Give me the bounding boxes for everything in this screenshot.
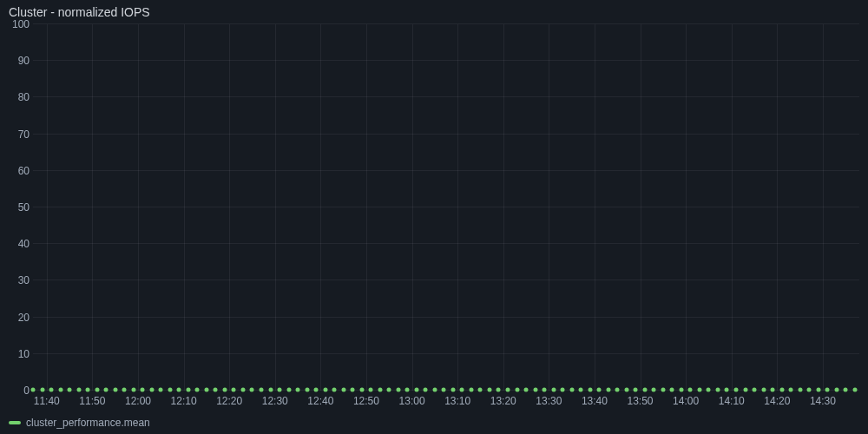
x-tick-label: 13:40: [582, 395, 608, 407]
grid-v: [366, 24, 367, 391]
data-point: [278, 388, 282, 392]
grid-v: [823, 24, 824, 391]
grid-v: [275, 24, 276, 391]
x-tick-label: 13:50: [628, 395, 654, 407]
data-point: [268, 388, 273, 392]
grid-h: [33, 353, 859, 354]
data-point: [432, 388, 437, 392]
grid-h: [33, 170, 859, 171]
grid-h: [33, 96, 859, 97]
data-point: [661, 388, 665, 392]
data-point: [40, 388, 44, 392]
data-point: [679, 388, 683, 392]
grid-h: [33, 279, 859, 280]
data-point: [195, 388, 200, 392]
data-point: [323, 388, 327, 392]
x-tick-label: 11:50: [79, 395, 105, 407]
data-point: [31, 388, 36, 392]
grid-v: [777, 24, 778, 391]
data-point: [624, 388, 628, 392]
data-point: [113, 388, 117, 392]
data-point: [76, 388, 81, 392]
data-point: [131, 388, 135, 392]
data-point: [798, 388, 802, 392]
grid-v: [138, 24, 139, 391]
x-tick-label: 12:20: [216, 395, 242, 407]
data-point: [414, 388, 418, 392]
legend-swatch: [9, 421, 21, 424]
data-point: [159, 388, 163, 392]
x-tick-label: 14:00: [673, 395, 699, 407]
x-tick-label: 12:50: [353, 395, 379, 407]
data-point: [533, 388, 537, 392]
data-point: [378, 388, 382, 392]
data-point: [733, 388, 738, 392]
data-point: [789, 388, 793, 392]
data-point: [424, 388, 428, 392]
grid-v: [184, 24, 185, 391]
data-point: [442, 388, 446, 392]
plot-area[interactable]: [33, 24, 859, 391]
data-point: [359, 388, 364, 392]
data-point: [214, 388, 218, 392]
data-point: [496, 388, 501, 392]
legend[interactable]: cluster_performance.mean: [9, 417, 150, 429]
grid-v: [641, 24, 641, 391]
data-point: [569, 388, 574, 392]
data-point: [387, 388, 391, 392]
legend-label: cluster_performance.mean: [26, 417, 150, 429]
data-point: [351, 388, 355, 392]
y-tick-label: 60: [18, 165, 30, 177]
data-point: [753, 388, 757, 392]
y-tick-label: 40: [18, 238, 30, 250]
grid-v: [503, 24, 504, 391]
data-point: [634, 388, 638, 392]
data-point: [168, 388, 172, 392]
grid-v: [549, 24, 549, 391]
data-point: [697, 388, 701, 392]
y-tick-label: 90: [18, 55, 30, 67]
y-tick-label: 20: [18, 312, 30, 324]
grid-v: [229, 24, 230, 391]
y-tick-label: 30: [18, 274, 30, 286]
grid-v: [92, 24, 93, 391]
data-point: [779, 388, 784, 392]
data-point: [670, 388, 674, 392]
data-point: [286, 388, 291, 392]
x-tick-label: 12:10: [171, 395, 197, 407]
data-point: [725, 388, 729, 392]
data-point: [588, 388, 592, 392]
data-point: [642, 388, 647, 392]
data-point: [771, 388, 775, 392]
data-point: [240, 388, 245, 392]
grid-v: [412, 24, 413, 391]
data-point: [551, 388, 556, 392]
data-point: [688, 388, 693, 392]
data-point: [524, 388, 529, 392]
grid-v: [686, 24, 687, 391]
data-point: [478, 388, 483, 392]
y-tick-label: 80: [18, 91, 30, 103]
data-point: [232, 388, 236, 392]
data-point: [561, 388, 565, 392]
data-point: [761, 388, 766, 392]
data-point: [296, 388, 300, 392]
data-point: [542, 388, 547, 392]
data-point: [58, 388, 62, 392]
data-point: [460, 388, 464, 392]
data-point: [204, 388, 208, 392]
data-point: [844, 388, 848, 392]
x-tick-label: 13:00: [399, 395, 425, 407]
y-tick-label: 10: [18, 348, 30, 360]
panel-title: Cluster - normalized IOPS: [9, 5, 150, 19]
y-tick-label: 70: [18, 128, 30, 141]
data-point: [177, 388, 181, 392]
y-tick-label: 50: [18, 201, 30, 214]
data-point: [104, 388, 108, 392]
data-point: [615, 388, 620, 392]
data-point: [515, 388, 519, 392]
data-point: [222, 388, 227, 392]
data-point: [707, 388, 711, 392]
data-point: [450, 388, 455, 392]
data-point: [186, 388, 190, 392]
